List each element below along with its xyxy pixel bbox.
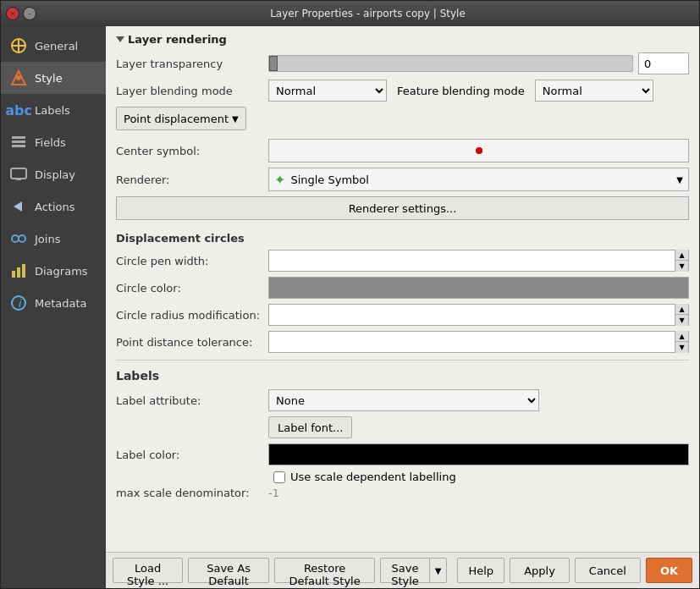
sidebar-item-general[interactable]: General [1, 30, 106, 62]
svg-rect-5 [12, 136, 25, 139]
renderer-arrow-icon: ▼ [676, 175, 683, 184]
style-icon [9, 69, 28, 87]
sidebar: General Style abc Labels Fields [1, 26, 106, 588]
circle-pen-width-arrows: ▲ ▼ [675, 250, 688, 272]
sidebar-item-label-style: Style [35, 72, 63, 85]
circle-pen-width-row: Circle pen width: 0,40 ▲ ▼ [116, 250, 689, 272]
max-scale-label: max scale denominator: [116, 487, 268, 499]
restore-default-button[interactable]: Restore Default Style [274, 558, 375, 583]
layer-blending-label: Layer blending mode [116, 85, 268, 97]
renderer-value: Single Symbol [290, 173, 369, 186]
center-symbol-row: Center symbol: [116, 139, 689, 162]
save-style-group: Save Style ▼ [380, 558, 447, 583]
circle-radius-arrows: ▲ ▼ [675, 304, 688, 326]
circle-radius-label: Circle radius modification: [116, 309, 268, 322]
svg-rect-15 [22, 264, 25, 278]
help-button[interactable]: Help [457, 558, 504, 583]
joins-icon [9, 229, 28, 248]
point-distance-arrows: ▲ ▼ [675, 331, 688, 353]
sidebar-item-label-diagrams: Diagrams [35, 265, 88, 278]
point-distance-down[interactable]: ▼ [675, 342, 688, 353]
transparency-label: Layer transparency [116, 58, 268, 70]
circle-pen-width-input[interactable]: 0,40 [269, 253, 675, 269]
point-distance-up[interactable]: ▲ [675, 331, 688, 342]
close-button[interactable]: × [6, 7, 19, 20]
circle-pen-width-down[interactable]: ▼ [675, 261, 688, 272]
save-as-default-button[interactable]: Save As Default [188, 558, 269, 583]
transparency-slider[interactable] [268, 55, 633, 72]
sidebar-item-style[interactable]: Style [1, 62, 106, 94]
sidebar-item-metadata[interactable]: i Metadata [1, 287, 106, 319]
label-font-button[interactable]: Label font... [268, 416, 352, 438]
window-title: Layer Properties - airports copy | Style [41, 8, 694, 19]
sidebar-item-labels[interactable]: abc Labels [1, 94, 106, 126]
window-controls: × – [6, 7, 36, 20]
apply-button[interactable]: Apply [510, 558, 570, 583]
transparency-row: Layer transparency ▲ ▼ [116, 52, 689, 74]
point-distance-label: Point distance tolerance: [116, 336, 268, 349]
circle-radius-down[interactable]: ▼ [675, 315, 688, 326]
circle-color-swatch[interactable] [268, 277, 689, 299]
sidebar-item-label-display: Display [35, 168, 75, 181]
circle-pen-width-up[interactable]: ▲ [675, 250, 688, 261]
renderer-select-box[interactable]: ✦ Single Symbol ▼ [268, 168, 689, 191]
section-divider [116, 360, 689, 361]
sidebar-item-diagrams[interactable]: Diagrams [1, 255, 106, 287]
center-symbol-box[interactable] [268, 139, 689, 162]
sidebar-item-label-joins: Joins [35, 233, 60, 245]
use-scale-label: Use scale dependent labelling [290, 471, 456, 483]
point-distance-input[interactable]: 0,0000100 [269, 334, 675, 350]
displacement-row: Point displacement ▼ [116, 107, 689, 130]
svg-rect-8 [11, 168, 26, 179]
point-distance-spinbox: 0,0000100 ▲ ▼ [268, 331, 689, 353]
label-attribute-select[interactable]: None [268, 389, 539, 411]
circle-radius-up[interactable]: ▲ [675, 304, 688, 315]
sidebar-item-actions[interactable]: Actions [1, 190, 106, 223]
layer-blending-select[interactable]: Normal [268, 80, 387, 102]
circle-radius-row: Circle radius modification: 0,00 ▲ ▼ [116, 304, 689, 326]
use-scale-checkbox[interactable] [273, 471, 285, 483]
circle-pen-width-spinbox: 0,40 ▲ ▼ [268, 250, 689, 272]
load-style-button[interactable]: Load Style ... [113, 558, 183, 583]
svg-point-12 [19, 235, 25, 242]
ok-button[interactable]: OK [646, 558, 692, 583]
main-window: × – Layer Properties - airports copy | S… [0, 0, 700, 589]
circle-radius-input[interactable]: 0,00 [269, 307, 675, 323]
save-style-button[interactable]: Save Style [380, 558, 429, 583]
blending-row: Layer blending mode Normal Feature blend… [116, 80, 689, 102]
labels-section-title: Labels [116, 369, 689, 383]
metadata-icon: i [9, 294, 28, 312]
displacement-circles-title: Displacement circles [116, 232, 689, 245]
transparency-input[interactable] [639, 56, 699, 72]
cancel-button[interactable]: Cancel [575, 558, 641, 583]
feature-blending-label: Feature blending mode [397, 85, 525, 97]
svg-point-11 [12, 235, 19, 242]
circle-color-label: Circle color: [116, 282, 268, 294]
feature-blending-select[interactable]: Normal [535, 80, 653, 102]
max-scale-value: -1 [268, 487, 279, 499]
svg-text:i: i [18, 297, 22, 310]
sidebar-item-joins[interactable]: Joins [1, 223, 106, 255]
use-scale-row: Use scale dependent labelling [116, 471, 689, 483]
renderer-label: Renderer: [116, 173, 268, 186]
displacement-label: Point displacement [124, 113, 229, 125]
circle-color-row: Circle color: [116, 277, 689, 299]
renderer-settings-button[interactable]: Renderer settings... [116, 196, 689, 220]
save-style-arrow[interactable]: ▼ [429, 558, 448, 583]
label-color-swatch[interactable] [268, 443, 689, 465]
sidebar-item-display[interactable]: Display [1, 158, 106, 190]
circle-radius-spinbox: 0,00 ▲ ▼ [268, 304, 689, 326]
sidebar-item-fields[interactable]: Fields [1, 126, 106, 158]
minimize-button[interactable]: – [23, 7, 36, 20]
section-title: Layer rendering [128, 33, 227, 46]
transparency-spinbox: ▲ ▼ [638, 52, 689, 74]
bottom-bar: Load Style ... Save As Default Restore D… [106, 552, 699, 588]
labels-icon: abc [9, 101, 28, 119]
content-area: Layer rendering Layer transparency ▲ ▼ [106, 26, 699, 588]
dropdown-arrow-icon: ▼ [232, 114, 239, 124]
label-font-row: Label font... [116, 416, 689, 438]
svg-rect-14 [17, 267, 20, 278]
collapse-icon[interactable] [116, 36, 124, 42]
content-inner: Layer rendering Layer transparency ▲ ▼ [106, 26, 699, 552]
displacement-dropdown[interactable]: Point displacement ▼ [116, 107, 246, 130]
